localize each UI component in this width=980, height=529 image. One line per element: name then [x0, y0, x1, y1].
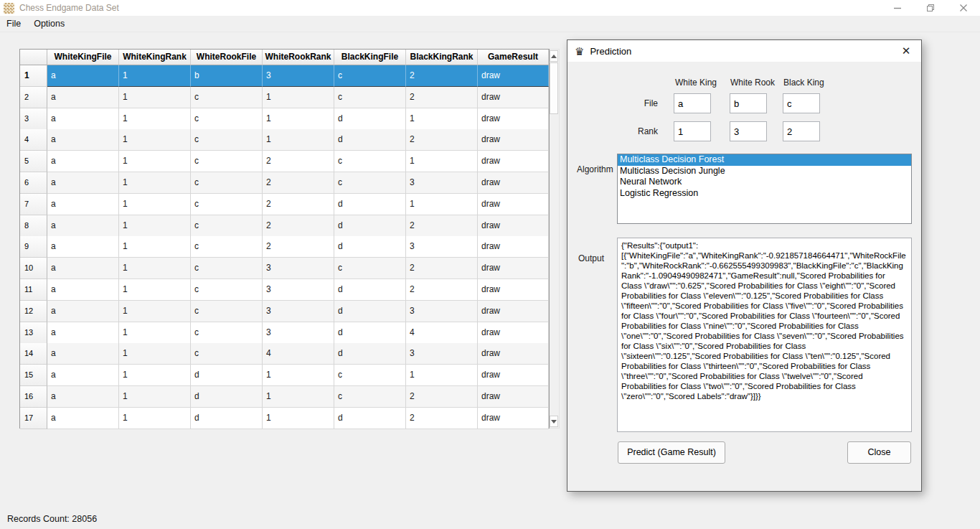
table-row[interactable]: 9a1c2d3draw	[20, 236, 549, 258]
cell[interactable]: 1	[119, 408, 191, 429]
cell[interactable]: a	[47, 236, 119, 258]
cell[interactable]: 1	[263, 108, 334, 130]
cell[interactable]: draw	[478, 65, 549, 87]
cell[interactable]: d	[191, 386, 263, 408]
cell[interactable]: 1	[119, 301, 191, 322]
table-row[interactable]: 5a1c2c1draw	[20, 151, 549, 172]
cell[interactable]: d	[334, 108, 406, 130]
cell[interactable]: d	[334, 215, 406, 237]
table-row[interactable]: 12a1c3d3draw	[20, 301, 549, 322]
cell[interactable]: 1	[263, 365, 334, 386]
output-textbox[interactable]: {"Results":{"output1": [{"WhiteKingFile"…	[617, 238, 912, 432]
cell[interactable]: 2	[263, 215, 334, 237]
cell[interactable]: c	[191, 236, 263, 258]
cell[interactable]: 2	[406, 65, 478, 87]
predict-button[interactable]: Predict (Game Result)	[618, 441, 725, 464]
cell[interactable]: 3	[406, 236, 478, 258]
cell[interactable]: 4	[406, 322, 478, 344]
cell[interactable]: a	[47, 172, 119, 194]
cell[interactable]: 3	[263, 322, 334, 344]
cell[interactable]: c	[334, 386, 406, 408]
cell[interactable]: 3	[263, 301, 334, 322]
cell[interactable]: b	[191, 65, 263, 87]
cell[interactable]: 1	[119, 343, 191, 365]
table-row[interactable]: 14a1c4d3draw	[20, 343, 549, 365]
table-row[interactable]: 15a1d1c1draw	[20, 365, 549, 386]
column-header-WhiteRookRank[interactable]: WhiteRookRank	[263, 50, 334, 65]
cell[interactable]: draw	[478, 365, 549, 386]
column-header-BlackKingRank[interactable]: BlackKingRank	[406, 50, 478, 65]
cell[interactable]: 1	[119, 365, 191, 386]
white-king-rank-input[interactable]	[674, 121, 711, 141]
cell[interactable]: a	[47, 87, 119, 108]
row-header[interactable]: 6	[20, 172, 47, 194]
row-header[interactable]: 3	[20, 108, 47, 130]
cell[interactable]: draw	[478, 108, 549, 130]
cell[interactable]: draw	[478, 322, 549, 344]
cell[interactable]: 1	[119, 236, 191, 258]
cell[interactable]: c	[191, 108, 263, 130]
cell[interactable]: d	[334, 322, 406, 344]
cell[interactable]: a	[47, 151, 119, 172]
table-row[interactable]: 2a1c1c2draw	[20, 87, 549, 108]
cell[interactable]: d	[334, 129, 406, 151]
cell[interactable]: 2	[406, 129, 478, 151]
cell[interactable]: d	[334, 301, 406, 322]
row-header[interactable]: 9	[20, 236, 47, 258]
scroll-up-button[interactable]	[550, 50, 558, 62]
algorithm-option[interactable]: Multiclass Decision Jungle	[618, 166, 911, 177]
cell[interactable]: a	[47, 129, 119, 151]
cell[interactable]: d	[334, 236, 406, 258]
cell[interactable]: a	[47, 215, 119, 237]
cell[interactable]: 2	[263, 172, 334, 194]
cell[interactable]: c	[191, 151, 263, 172]
scroll-down-button[interactable]	[550, 416, 558, 427]
cell[interactable]: d	[334, 194, 406, 215]
row-header[interactable]: 1	[20, 65, 47, 87]
cell[interactable]: c	[191, 215, 263, 237]
cell[interactable]: a	[47, 108, 119, 130]
column-header-GameResult[interactable]: GameResult	[478, 50, 549, 65]
cell[interactable]: draw	[478, 408, 549, 429]
cell[interactable]: draw	[478, 258, 549, 279]
cell[interactable]: a	[47, 65, 119, 87]
cell[interactable]: c	[334, 172, 406, 194]
row-header[interactable]: 15	[20, 365, 47, 386]
cell[interactable]: 1	[119, 151, 191, 172]
row-header[interactable]: 12	[20, 301, 47, 322]
table-row[interactable]: 3a1c1d1draw	[20, 108, 549, 130]
cell[interactable]: a	[47, 301, 119, 322]
row-header[interactable]: 8	[20, 215, 47, 237]
table-row[interactable]: 4a1c1d2draw	[20, 129, 549, 151]
cell[interactable]: a	[47, 343, 119, 365]
cell[interactable]: d	[334, 279, 406, 301]
cell[interactable]: c	[334, 65, 406, 87]
cell[interactable]: draw	[478, 301, 549, 322]
cell[interactable]: 1	[119, 129, 191, 151]
cell[interactable]: 2	[263, 151, 334, 172]
cell[interactable]: c	[191, 87, 263, 108]
algorithm-option[interactable]: Neural Network	[618, 177, 911, 188]
table-row[interactable]: 17a1d1d2draw	[20, 408, 549, 429]
cell[interactable]: a	[47, 386, 119, 408]
cell[interactable]: a	[47, 279, 119, 301]
scrollbar-thumb[interactable]	[550, 62, 558, 114]
table-vertical-scrollbar[interactable]	[550, 49, 560, 429]
cell[interactable]: c	[334, 151, 406, 172]
cell[interactable]: c	[191, 343, 263, 365]
black-king-rank-input[interactable]	[783, 121, 820, 141]
table-row[interactable]: 1a1b3c2draw	[20, 65, 549, 87]
row-header[interactable]: 17	[20, 408, 47, 429]
cell[interactable]: 3	[263, 258, 334, 279]
cell[interactable]: 3	[406, 301, 478, 322]
cell[interactable]: draw	[478, 194, 549, 215]
cell[interactable]: 2	[263, 194, 334, 215]
cell[interactable]: 1	[119, 279, 191, 301]
cell[interactable]: c	[191, 129, 263, 151]
cell[interactable]: a	[47, 322, 119, 344]
cell[interactable]: 1	[263, 129, 334, 151]
cell[interactable]: a	[47, 258, 119, 279]
cell[interactable]: c	[191, 172, 263, 194]
cell[interactable]: a	[47, 408, 119, 429]
cell[interactable]: draw	[478, 343, 549, 365]
